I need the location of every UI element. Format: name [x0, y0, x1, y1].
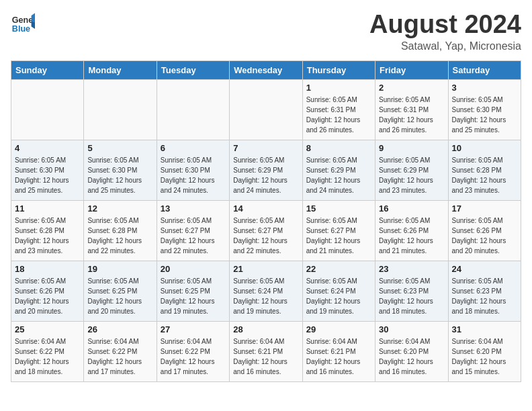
day-number: 13 [161, 203, 226, 214]
day-cell [157, 79, 229, 140]
day-number: 19 [87, 264, 152, 274]
day-cell [84, 79, 157, 140]
day-cell: 17Sunrise: 6:05 AM Sunset: 6:26 PM Dayli… [448, 200, 521, 261]
day-number: 24 [452, 264, 517, 274]
day-info: Sunrise: 6:05 AM Sunset: 6:28 PM Dayligh… [87, 216, 152, 256]
day-number: 11 [15, 203, 80, 214]
day-cell: 19Sunrise: 6:05 AM Sunset: 6:25 PM Dayli… [84, 261, 157, 321]
days-of-week-row: SundayMondayTuesdayWednesdayThursdayFrid… [11, 60, 521, 79]
day-info: Sunrise: 6:04 AM Sunset: 6:22 PM Dayligh… [161, 336, 226, 377]
day-cell: 12Sunrise: 6:05 AM Sunset: 6:28 PM Dayli… [84, 200, 157, 261]
day-info: Sunrise: 6:05 AM Sunset: 6:25 PM Dayligh… [161, 276, 226, 316]
day-info: Sunrise: 6:05 AM Sunset: 6:29 PM Dayligh… [306, 155, 371, 195]
day-cell: 13Sunrise: 6:05 AM Sunset: 6:27 PM Dayli… [157, 200, 229, 261]
day-cell: 2Sunrise: 6:05 AM Sunset: 6:31 PM Daylig… [375, 79, 448, 140]
day-number: 18 [15, 264, 80, 274]
day-number: 30 [379, 324, 444, 334]
day-number: 16 [379, 203, 444, 214]
day-info: Sunrise: 6:05 AM Sunset: 6:27 PM Dayligh… [233, 216, 298, 256]
day-number: 2 [379, 83, 444, 93]
day-info: Sunrise: 6:05 AM Sunset: 6:31 PM Dayligh… [306, 95, 371, 135]
day-of-week-tuesday: Tuesday [157, 60, 229, 79]
day-info: Sunrise: 6:04 AM Sunset: 6:22 PM Dayligh… [15, 336, 80, 377]
week-row-4: 18Sunrise: 6:05 AM Sunset: 6:26 PM Dayli… [11, 261, 521, 321]
day-info: Sunrise: 6:05 AM Sunset: 6:27 PM Dayligh… [161, 216, 226, 256]
day-number: 12 [87, 203, 152, 214]
day-number: 20 [161, 264, 226, 274]
day-number: 25 [15, 324, 80, 334]
day-cell: 22Sunrise: 6:05 AM Sunset: 6:24 PM Dayli… [302, 261, 375, 321]
day-of-week-saturday: Saturday [448, 60, 521, 79]
day-info: Sunrise: 6:05 AM Sunset: 6:23 PM Dayligh… [379, 276, 444, 316]
day-number: 15 [306, 203, 371, 214]
day-cell: 21Sunrise: 6:05 AM Sunset: 6:24 PM Dayli… [230, 261, 302, 321]
day-number: 31 [452, 324, 517, 334]
day-info: Sunrise: 6:05 AM Sunset: 6:28 PM Dayligh… [15, 216, 80, 256]
page-header: General Blue August 2024 Satawal, Yap, M… [11, 11, 521, 52]
day-cell: 28Sunrise: 6:04 AM Sunset: 6:21 PM Dayli… [230, 321, 302, 381]
week-row-2: 4Sunrise: 6:05 AM Sunset: 6:30 PM Daylig… [11, 140, 521, 200]
day-info: Sunrise: 6:05 AM Sunset: 6:30 PM Dayligh… [87, 155, 152, 195]
calendar-subtitle: Satawal, Yap, Micronesia [369, 40, 521, 52]
day-number: 26 [87, 324, 152, 334]
logo: General Blue [11, 11, 35, 35]
day-number: 14 [233, 203, 298, 214]
day-number: 3 [452, 83, 517, 93]
day-of-week-wednesday: Wednesday [230, 60, 302, 79]
week-row-1: 1Sunrise: 6:05 AM Sunset: 6:31 PM Daylig… [11, 79, 521, 140]
day-cell: 4Sunrise: 6:05 AM Sunset: 6:30 PM Daylig… [11, 140, 84, 200]
day-info: Sunrise: 6:05 AM Sunset: 6:23 PM Dayligh… [452, 276, 517, 316]
day-cell: 30Sunrise: 6:04 AM Sunset: 6:20 PM Dayli… [375, 321, 448, 381]
day-cell [230, 79, 302, 140]
day-info: Sunrise: 6:04 AM Sunset: 6:22 PM Dayligh… [87, 336, 152, 377]
day-cell: 11Sunrise: 6:05 AM Sunset: 6:28 PM Dayli… [11, 200, 84, 261]
day-number: 29 [306, 324, 371, 334]
day-cell: 10Sunrise: 6:05 AM Sunset: 6:28 PM Dayli… [448, 140, 521, 200]
title-block: August 2024 Satawal, Yap, Micronesia [369, 11, 521, 52]
day-cell: 24Sunrise: 6:05 AM Sunset: 6:23 PM Dayli… [448, 261, 521, 321]
day-cell: 14Sunrise: 6:05 AM Sunset: 6:27 PM Dayli… [230, 200, 302, 261]
day-info: Sunrise: 6:05 AM Sunset: 6:25 PM Dayligh… [87, 276, 152, 316]
day-cell [11, 79, 84, 140]
day-number: 7 [233, 143, 298, 153]
day-number: 9 [379, 143, 444, 153]
day-info: Sunrise: 6:05 AM Sunset: 6:30 PM Dayligh… [161, 155, 226, 195]
day-info: Sunrise: 6:05 AM Sunset: 6:29 PM Dayligh… [379, 155, 444, 195]
day-cell: 3Sunrise: 6:05 AM Sunset: 6:30 PM Daylig… [448, 79, 521, 140]
day-number: 8 [306, 143, 371, 153]
day-info: Sunrise: 6:04 AM Sunset: 6:20 PM Dayligh… [379, 336, 444, 377]
day-cell: 5Sunrise: 6:05 AM Sunset: 6:30 PM Daylig… [84, 140, 157, 200]
day-cell: 9Sunrise: 6:05 AM Sunset: 6:29 PM Daylig… [375, 140, 448, 200]
day-info: Sunrise: 6:05 AM Sunset: 6:24 PM Dayligh… [233, 276, 298, 316]
day-cell: 16Sunrise: 6:05 AM Sunset: 6:26 PM Dayli… [375, 200, 448, 261]
day-info: Sunrise: 6:05 AM Sunset: 6:26 PM Dayligh… [379, 216, 444, 256]
week-row-3: 11Sunrise: 6:05 AM Sunset: 6:28 PM Dayli… [11, 200, 521, 261]
day-of-week-sunday: Sunday [11, 60, 84, 79]
calendar-table: SundayMondayTuesdayWednesdayThursdayFrid… [11, 60, 521, 382]
day-info: Sunrise: 6:04 AM Sunset: 6:21 PM Dayligh… [306, 336, 371, 377]
day-cell: 31Sunrise: 6:04 AM Sunset: 6:20 PM Dayli… [448, 321, 521, 381]
day-cell: 23Sunrise: 6:05 AM Sunset: 6:23 PM Dayli… [375, 261, 448, 321]
day-number: 6 [161, 143, 226, 153]
day-cell: 15Sunrise: 6:05 AM Sunset: 6:27 PM Dayli… [302, 200, 375, 261]
day-info: Sunrise: 6:05 AM Sunset: 6:30 PM Dayligh… [452, 95, 517, 135]
day-number: 17 [452, 203, 517, 214]
day-number: 27 [161, 324, 226, 334]
logo-icon: General Blue [11, 11, 35, 35]
day-cell: 29Sunrise: 6:04 AM Sunset: 6:21 PM Dayli… [302, 321, 375, 381]
calendar-title: August 2024 [369, 11, 521, 39]
day-info: Sunrise: 6:05 AM Sunset: 6:29 PM Dayligh… [233, 155, 298, 195]
day-number: 10 [452, 143, 517, 153]
day-info: Sunrise: 6:05 AM Sunset: 6:30 PM Dayligh… [15, 155, 80, 195]
day-info: Sunrise: 6:04 AM Sunset: 6:21 PM Dayligh… [233, 336, 298, 377]
day-cell: 7Sunrise: 6:05 AM Sunset: 6:29 PM Daylig… [230, 140, 302, 200]
day-number: 21 [233, 264, 298, 274]
day-cell: 8Sunrise: 6:05 AM Sunset: 6:29 PM Daylig… [302, 140, 375, 200]
week-row-5: 25Sunrise: 6:04 AM Sunset: 6:22 PM Dayli… [11, 321, 521, 381]
day-of-week-friday: Friday [375, 60, 448, 79]
day-info: Sunrise: 6:05 AM Sunset: 6:26 PM Dayligh… [15, 276, 80, 316]
day-of-week-monday: Monday [84, 60, 157, 79]
day-info: Sunrise: 6:04 AM Sunset: 6:20 PM Dayligh… [452, 336, 517, 377]
svg-text:Blue: Blue [12, 24, 30, 34]
day-number: 23 [379, 264, 444, 274]
